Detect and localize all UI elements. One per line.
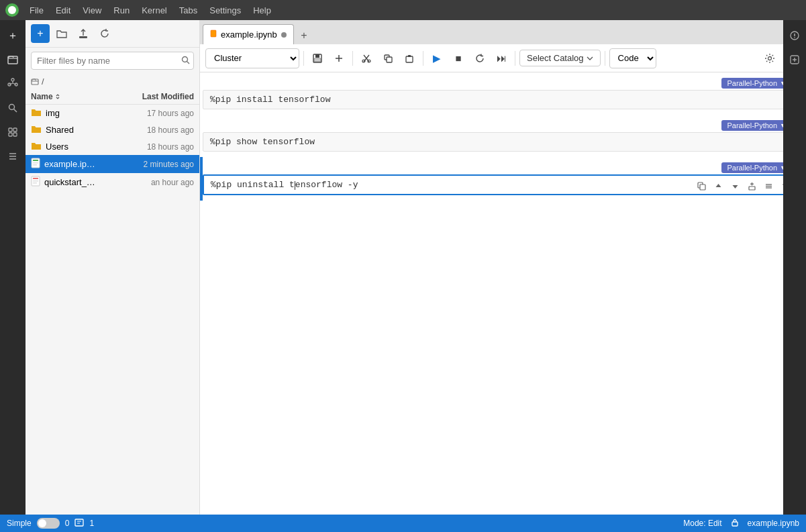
svg-rect-20 [33, 164, 37, 166]
svg-rect-27 [315, 54, 319, 58]
svg-rect-19 [33, 162, 38, 164]
file-name: Shared [46, 125, 116, 135]
save-btn[interactable] [308, 49, 327, 68]
code-cell[interactable]: %pip show tensorflow [203, 132, 797, 152]
notebook-icon [31, 158, 40, 170]
cell-container: Parallel-Python ▼ %pip install tensorflo… [200, 72, 797, 115]
parallel-badge[interactable]: Parallel-Python ▼ [721, 162, 791, 173]
menu-kernel[interactable]: Kernel [136, 4, 172, 17]
right-panel-btn-2[interactable] [785, 50, 805, 70]
right-icon-bar [783, 20, 806, 515]
new-launcher-btn[interactable]: ＋ [3, 25, 23, 46]
parallel-badge[interactable]: Parallel-Python ▼ [721, 78, 791, 89]
svg-rect-8 [9, 133, 12, 136]
cell-more-btn[interactable] [761, 178, 776, 193]
new-file-btn[interactable]: + [31, 24, 50, 43]
svg-point-4 [9, 105, 15, 110]
menu-help[interactable]: Help [248, 4, 276, 17]
content-area: example.ipynb + Cluster [200, 20, 806, 515]
text-cursor [295, 181, 295, 190]
list-item[interactable]: Shared 18 hours ago [26, 121, 199, 138]
breadcrumb[interactable]: / [26, 74, 199, 89]
menu-file[interactable]: File [24, 4, 49, 17]
toolbar-separator [352, 51, 353, 66]
list-item[interactable]: quickstart_… an hour ago [26, 173, 199, 191]
svg-line-15 [187, 61, 190, 64]
simple-toggle[interactable] [37, 518, 60, 529]
svg-point-36 [768, 56, 772, 60]
toolbar-separator [423, 51, 423, 66]
open-folder-btn[interactable] [52, 24, 71, 43]
folder-icon [31, 107, 42, 119]
cluster-select[interactable]: Cluster [205, 48, 299, 68]
svg-rect-6 [9, 128, 12, 131]
tab-icon [210, 30, 217, 40]
mode-label: Mode: Edit [683, 519, 721, 528]
breadcrumb-path: / [42, 76, 44, 87]
file-name: Users [46, 142, 116, 152]
active-code-cell[interactable]: %pip uninstall tensorflow -y [203, 174, 797, 195]
menu-tabs[interactable]: Tabs [174, 4, 203, 17]
svg-rect-23 [33, 180, 38, 182]
cell-copy-btn[interactable] [694, 178, 709, 193]
add-cell-btn[interactable] [330, 49, 348, 68]
menu-edit[interactable]: Edit [50, 4, 76, 17]
run-btn[interactable]: ▶ [427, 49, 446, 68]
kernel-lock-icon [730, 518, 740, 529]
search-input[interactable] [31, 52, 194, 70]
svg-rect-33 [387, 57, 392, 62]
list-item[interactable]: Users 18 hours ago [26, 138, 199, 155]
tab-example[interactable]: example.ipynb [203, 24, 294, 44]
upload-btn[interactable] [74, 24, 93, 43]
parallel-badge[interactable]: Parallel-Python ▼ [721, 120, 791, 131]
notebook-content: Parallel-Python ▼ %pip install tensorflo… [200, 72, 797, 515]
svg-rect-7 [13, 128, 17, 131]
catalog-label: Select Catalog [527, 53, 584, 63]
menu-settings[interactable]: Settings [204, 4, 246, 17]
icon-num: 1 [89, 519, 94, 528]
file-browser-btn[interactable] [3, 50, 23, 70]
paste-btn[interactable] [400, 49, 419, 68]
svg-point-46 [794, 37, 795, 38]
menu-run[interactable]: Run [108, 4, 135, 17]
refresh-btn[interactable] [95, 24, 114, 43]
list-item[interactable]: img 17 hours ago [26, 105, 199, 121]
menu-view[interactable]: View [77, 4, 107, 17]
search-icon [181, 56, 190, 66]
name-col-header[interactable]: Name [31, 92, 113, 101]
file-icon [31, 176, 40, 189]
code-type-select[interactable]: Code [609, 48, 656, 68]
right-panel-btn-1[interactable] [785, 25, 805, 46]
cell-actions [694, 178, 793, 193]
run-all-btn[interactable]: ⏭ [492, 49, 511, 68]
left-icon-sidebar: ＋ [0, 20, 26, 515]
cell-move-down-btn[interactable] [727, 178, 742, 193]
cell-code: %pip install tensorflow [210, 95, 330, 105]
cell-content-area: Parallel-Python ▼ %pip uninstall tensorf… [203, 157, 797, 201]
svg-rect-38 [749, 187, 755, 190]
cell-code: %pip uninstall tensorflow -y [211, 180, 358, 190]
cut-btn[interactable] [357, 49, 376, 68]
settings-btn[interactable] [760, 49, 779, 68]
copy-btn[interactable] [379, 49, 397, 68]
cell-add-below-btn[interactable] [744, 178, 759, 193]
stop-btn[interactable]: ■ [449, 49, 468, 68]
restart-btn[interactable] [470, 49, 489, 68]
table-btn[interactable] [3, 146, 23, 166]
toolbar-separator [303, 51, 304, 66]
toolbar-separator [605, 51, 605, 66]
file-name: quickstart_… [44, 177, 116, 187]
search-panel-btn[interactable] [3, 98, 23, 118]
cell-move-up-btn[interactable] [711, 178, 725, 193]
git-btn[interactable] [3, 74, 23, 94]
add-tab-btn[interactable]: + [295, 27, 313, 44]
file-list: img 17 hours ago Shared 18 hours ago [26, 105, 199, 515]
extensions-btn[interactable] [3, 122, 23, 142]
toggle-thumb [38, 519, 46, 527]
catalog-select-btn[interactable]: Select Catalog [519, 50, 601, 66]
svg-rect-51 [732, 522, 738, 526]
list-item[interactable]: example.ip… 2 minutes ago [26, 155, 199, 173]
code-cell[interactable]: %pip install tensorflow [203, 90, 797, 109]
svg-point-1 [11, 78, 14, 81]
cell-code: %pip show tensorflow [210, 137, 315, 147]
